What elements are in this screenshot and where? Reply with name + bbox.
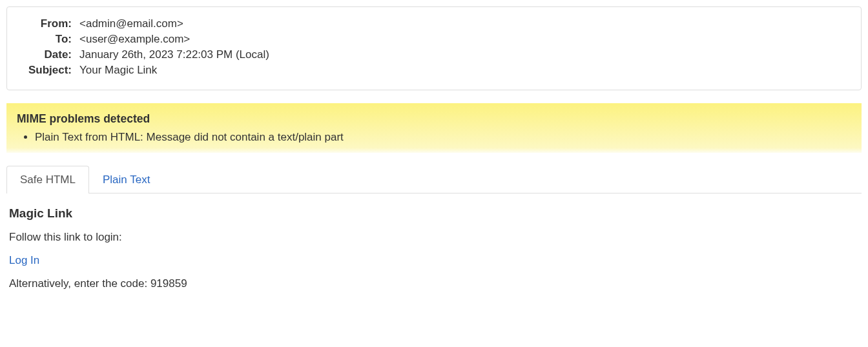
label-date: Date:: [20, 48, 79, 61]
body-heading: Magic Link: [9, 206, 859, 221]
tab-bar: Safe HTML Plain Text: [6, 166, 862, 193]
header-row-date: Date: January 26th, 2023 7:22:03 PM (Loc…: [20, 48, 848, 61]
tab-safe-html[interactable]: Safe HTML: [6, 166, 89, 193]
header-row-subject: Subject: Your Magic Link: [20, 64, 848, 77]
body-intro: Follow this link to login:: [9, 231, 859, 244]
mime-warning-box: MIME problems detected Plain Text from H…: [6, 103, 862, 153]
body-code-line: Alternatively, enter the code: 919859: [9, 277, 859, 290]
tab-plain-text[interactable]: Plain Text: [89, 166, 163, 193]
label-to: To:: [20, 33, 79, 46]
mime-warning-item: Plain Text from HTML: Message did not co…: [35, 131, 851, 144]
label-subject: Subject:: [20, 64, 79, 77]
value-to: <user@example.com>: [79, 33, 848, 46]
value-date: January 26th, 2023 7:22:03 PM (Local): [79, 48, 848, 61]
mime-warning-list: Plain Text from HTML: Message did not co…: [17, 131, 851, 144]
email-body: Magic Link Follow this link to login: Lo…: [0, 193, 868, 313]
header-row-from: From: <admin@email.com>: [20, 17, 848, 30]
login-link[interactable]: Log In: [9, 254, 39, 267]
email-header: From: <admin@email.com> To: <user@exampl…: [6, 6, 862, 90]
value-subject: Your Magic Link: [79, 64, 848, 77]
value-from: <admin@email.com>: [79, 17, 848, 30]
header-row-to: To: <user@example.com>: [20, 33, 848, 46]
mime-warning-title: MIME problems detected: [17, 112, 851, 126]
label-from: From:: [20, 17, 79, 30]
